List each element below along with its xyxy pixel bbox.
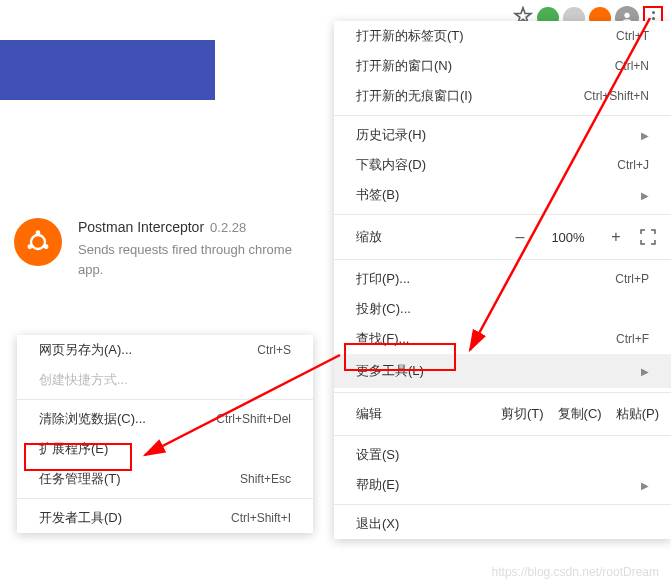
menu-find[interactable]: 查找(F)...Ctrl+F [334,324,671,354]
menu-label: 清除浏览数据(C)... [39,410,146,428]
extension-card: Postman Interceptor0.2.28 Sends requests… [14,218,308,279]
menu-new-window[interactable]: 打开新的窗口(N)Ctrl+N [334,51,671,81]
menu-label: 历史记录(H) [356,126,426,144]
menu-downloads[interactable]: 下载内容(D)Ctrl+J [334,150,671,180]
watermark: https://blog.csdn.net/rootDream [492,565,659,579]
menu-edit-row: 编辑 剪切(T) 复制(C) 粘贴(P) [334,397,671,431]
chrome-main-menu: 打开新的标签页(T)Ctrl+T 打开新的窗口(N)Ctrl+N 打开新的无痕窗… [334,21,671,539]
menu-label: 打开新的标签页(T) [356,27,464,45]
menu-label: 帮助(E) [356,476,399,494]
submenu-clear-data[interactable]: 清除浏览数据(C)...Ctrl+Shift+Del [17,404,313,434]
menu-label: 设置(S) [356,446,399,464]
menu-label: 开发者工具(D) [39,509,122,527]
more-tools-submenu: 网页另存为(A)...Ctrl+S 创建快捷方式... 清除浏览数据(C)...… [17,335,313,533]
menu-incognito[interactable]: 打开新的无痕窗口(I)Ctrl+Shift+N [334,81,671,111]
extension-version: 0.2.28 [210,220,246,235]
submenu-save-as[interactable]: 网页另存为(A)...Ctrl+S [17,335,313,365]
menu-shortcut: Ctrl+Shift+I [231,511,291,525]
submenu-task-manager[interactable]: 任务管理器(T)Shift+Esc [17,464,313,494]
chevron-right-icon: ▶ [641,130,649,141]
menu-shortcut: Ctrl+T [616,29,649,43]
menu-label: 查找(F)... [356,330,409,348]
svg-point-4 [44,244,49,249]
separator [17,399,313,400]
menu-label: 任务管理器(T) [39,470,121,488]
menu-shortcut: Ctrl+Shift+N [584,89,649,103]
menu-exit[interactable]: 退出(X) [334,509,671,539]
separator [334,435,671,436]
menu-shortcut: Ctrl+S [257,343,291,357]
menu-label: 扩展程序(E) [39,440,108,458]
menu-label: 网页另存为(A)... [39,341,132,359]
chevron-right-icon: ▶ [641,366,649,377]
edit-cut[interactable]: 剪切(T) [501,405,544,423]
separator [334,504,671,505]
menu-shortcut: Ctrl+P [615,272,649,286]
menu-label: 下载内容(D) [356,156,426,174]
separator [17,498,313,499]
submenu-dev-tools[interactable]: 开发者工具(D)Ctrl+Shift+I [17,503,313,533]
separator [334,392,671,393]
separator [334,115,671,116]
zoom-in-button[interactable]: + [601,228,631,246]
menu-shortcut: Ctrl+Shift+Del [216,412,291,426]
submenu-create-shortcut[interactable]: 创建快捷方式... [17,365,313,395]
menu-label: 创建快捷方式... [39,371,128,389]
fullscreen-icon[interactable] [639,228,657,246]
menu-label: 书签(B) [356,186,399,204]
menu-shortcut: Ctrl+F [616,332,649,346]
zoom-out-button[interactable]: – [505,228,535,246]
extension-description: Sends requests fired through chrome app. [78,240,308,279]
menu-zoom: 缩放 – 100% + [334,219,671,255]
svg-point-1 [31,235,45,249]
menu-shortcut: Shift+Esc [240,472,291,486]
chevron-right-icon: ▶ [641,190,649,201]
postman-icon [14,218,62,266]
menu-bookmarks[interactable]: 书签(B)▶ [334,180,671,210]
menu-label: 打印(P)... [356,270,410,288]
menu-label: 打开新的无痕窗口(I) [356,87,472,105]
svg-point-3 [28,244,33,249]
zoom-value: 100% [543,230,593,245]
menu-label: 更多工具(L) [356,362,424,380]
svg-point-0 [624,13,629,18]
separator [334,259,671,260]
menu-cast[interactable]: 投射(C)... [334,294,671,324]
menu-label: 投射(C)... [356,300,411,318]
edit-paste[interactable]: 粘贴(P) [616,405,659,423]
menu-help[interactable]: 帮助(E)▶ [334,470,671,500]
menu-label: 退出(X) [356,515,399,533]
zoom-label: 缩放 [356,228,497,246]
menu-shortcut: Ctrl+N [615,59,649,73]
menu-settings[interactable]: 设置(S) [334,440,671,470]
edit-label: 编辑 [356,405,487,423]
menu-more-tools[interactable]: 更多工具(L)▶ [334,354,671,388]
menu-shortcut: Ctrl+J [617,158,649,172]
menu-history[interactable]: 历史记录(H)▶ [334,120,671,150]
blue-banner [0,40,215,100]
submenu-extensions[interactable]: 扩展程序(E) [17,434,313,464]
menu-new-tab[interactable]: 打开新的标签页(T)Ctrl+T [334,21,671,51]
separator [334,214,671,215]
menu-print[interactable]: 打印(P)...Ctrl+P [334,264,671,294]
menu-label: 打开新的窗口(N) [356,57,452,75]
svg-point-2 [36,230,41,235]
extension-title: Postman Interceptor [78,219,204,235]
edit-copy[interactable]: 复制(C) [558,405,602,423]
chevron-right-icon: ▶ [641,480,649,491]
